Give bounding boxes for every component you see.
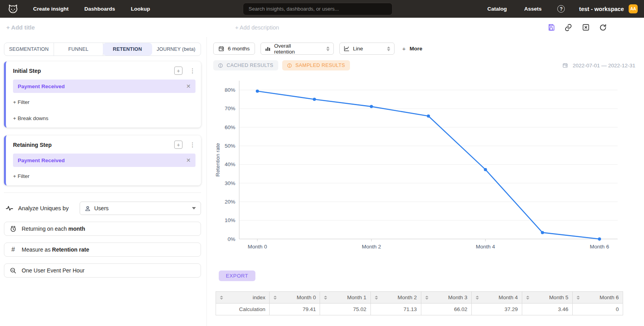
svg-text:80%: 80% (225, 87, 235, 93)
results-status-row: CACHED RESULTS SAMPLED RESULTS 2022-07-0… (213, 60, 637, 70)
analyze-entity-select[interactable]: Users (80, 202, 201, 215)
retaining-step-title: Retaining Step (13, 142, 52, 148)
sort-icon[interactable] (375, 296, 378, 300)
svg-text:Month 6: Month 6 (590, 244, 609, 250)
cached-results-badge: CACHED RESULTS (213, 60, 278, 70)
table-header-row: index Month 0 Month 1 Month 2 Month 3 Mo… (216, 292, 623, 304)
column-header-month-3[interactable]: Month 3 (421, 292, 471, 304)
svg-text:Month 4: Month 4 (476, 244, 495, 250)
date-range-button[interactable]: 6 months (213, 43, 255, 55)
help-icon[interactable]: ? (557, 5, 565, 13)
column-header-month-5[interactable]: Month 5 (522, 292, 572, 304)
remove-event-icon[interactable]: ✕ (186, 157, 191, 163)
svg-text:Month 2: Month 2 (362, 244, 381, 250)
svg-text:Month 0: Month 0 (248, 244, 267, 250)
section-divider (4, 193, 201, 193)
add-filter-button[interactable]: + Filter (13, 99, 30, 105)
table-row-calculation: Calculation 79.41 75.02 71.13 66.02 37.2… (216, 304, 623, 315)
sort-icon[interactable] (324, 296, 327, 300)
workspace-name[interactable]: test - workspace (579, 6, 624, 12)
tab-funnel[interactable]: FUNNEL (54, 43, 104, 56)
sort-icon[interactable] (274, 296, 277, 300)
cell-month-6: 0 (572, 304, 623, 315)
select-arrows-icon (371, 46, 390, 51)
svg-text:Retention rate: Retention rate (215, 143, 221, 177)
save-icon[interactable] (547, 24, 555, 31)
sort-icon[interactable] (425, 296, 428, 300)
nav-create-insight[interactable]: Create insight (33, 6, 69, 12)
more-options-icon[interactable]: ⋮ (190, 142, 195, 148)
sampling-row[interactable]: One User Event Per Hour (4, 263, 201, 278)
more-options-icon[interactable]: ⋮ (190, 68, 195, 74)
clear-close-icon[interactable] (582, 24, 590, 31)
remove-event-icon[interactable]: ✕ (186, 83, 191, 89)
add-breakdown-button[interactable]: + Break downs (13, 115, 48, 121)
tab-retention[interactable]: RETENTION (103, 43, 152, 56)
add-event-icon[interactable]: + (174, 141, 182, 149)
sort-icon[interactable] (220, 296, 223, 300)
cell-month-0: 79.41 (270, 304, 320, 315)
nav-dashboards[interactable]: Dashboards (84, 6, 115, 12)
cell-month-4: 37.29 (471, 304, 522, 315)
initial-step-card: Initial Step + ⋮ Payment Received ✕ + Fi… (4, 61, 201, 128)
date-range-display[interactable]: 2022-07-01 — 2022-12-31 (562, 63, 637, 69)
cell-month-5: 3.46 (522, 304, 572, 315)
results-table: index Month 0 Month 1 Month 2 Month 3 Mo… (216, 291, 623, 315)
global-search (243, 3, 393, 15)
column-header-month-0[interactable]: Month 0 (270, 292, 320, 304)
sort-icon[interactable] (577, 296, 580, 300)
bar-chart-icon (265, 46, 271, 52)
returning-interval-row[interactable]: Returning on each month (4, 222, 201, 236)
insight-type-tabs: SEGMENTATION FUNNEL RETENTION JOURNEY (b… (4, 43, 201, 56)
retention-config-panel: SEGMENTATION FUNNEL RETENTION JOURNEY (b… (0, 37, 207, 326)
initial-step-title: Initial Step (13, 68, 41, 74)
svg-text:50%: 50% (225, 143, 235, 149)
retaining-step-event-chip[interactable]: Payment Received ✕ (13, 154, 195, 167)
nav-assets[interactable]: Assets (524, 6, 542, 12)
column-header-index[interactable]: index (216, 292, 270, 304)
results-panel: 6 months Overall retention Line + More (207, 37, 644, 326)
measure-as-label: Measure as Retention rate (22, 246, 89, 253)
header-action-icons (547, 24, 638, 31)
info-icon (218, 63, 223, 68)
retention-line-chart: 0%10%20%30%40%50%60%70%80%Month 0Month 2… (213, 72, 637, 260)
svg-text:70%: 70% (225, 106, 235, 111)
cell-month-1: 75.02 (320, 304, 370, 315)
add-event-icon[interactable]: + (174, 67, 182, 75)
refresh-icon[interactable] (599, 24, 607, 31)
top-navigation-bar: Create insight Dashboards Lookup Catalog… (0, 0, 644, 18)
nav-catalog[interactable]: Catalog (488, 6, 507, 12)
tab-segmentation[interactable]: SEGMENTATION (4, 43, 54, 56)
column-header-month-1[interactable]: Month 1 (320, 292, 370, 304)
user-icon (85, 206, 91, 211)
app-logo-cat-icon[interactable] (6, 2, 20, 16)
svg-text:10%: 10% (225, 217, 235, 223)
sampling-label: One User Event Per Hour (22, 267, 85, 274)
add-filter-button[interactable]: + Filter (13, 173, 30, 179)
line-chart-icon (344, 46, 350, 52)
cell-month-3: 66.02 (421, 304, 471, 315)
user-avatar[interactable]: AA (629, 4, 638, 13)
export-button[interactable]: EXPORT (219, 270, 255, 281)
add-title-button[interactable]: + Add title (6, 24, 35, 31)
search-input[interactable] (243, 3, 393, 15)
retention-type-select[interactable]: Overall retention (261, 43, 334, 55)
chart-type-select[interactable]: Line (339, 43, 395, 55)
measure-as-row[interactable]: # Measure as Retention rate (4, 243, 201, 257)
svg-text:0%: 0% (227, 236, 235, 242)
tab-journey[interactable]: JOURNEY (beta) (152, 43, 201, 56)
more-options-button[interactable]: + More (402, 45, 423, 52)
event-name: Payment Received (18, 157, 65, 163)
copy-link-icon[interactable] (564, 24, 572, 31)
nav-lookup[interactable]: Lookup (131, 6, 150, 12)
initial-step-event-chip[interactable]: Payment Received ✕ (13, 80, 195, 93)
column-header-month-4[interactable]: Month 4 (471, 292, 522, 304)
hash-icon: # (10, 246, 17, 253)
column-header-month-2[interactable]: Month 2 (370, 292, 421, 304)
column-header-month-6[interactable]: Month 6 (572, 292, 623, 304)
sort-icon[interactable] (526, 296, 529, 300)
analyze-uniques-label: Analyze Uniques by (18, 205, 69, 211)
sampled-results-badge: SAMPLED RESULTS (282, 60, 350, 70)
sort-icon[interactable] (476, 296, 479, 300)
add-description-button[interactable]: + Add description (235, 24, 279, 31)
